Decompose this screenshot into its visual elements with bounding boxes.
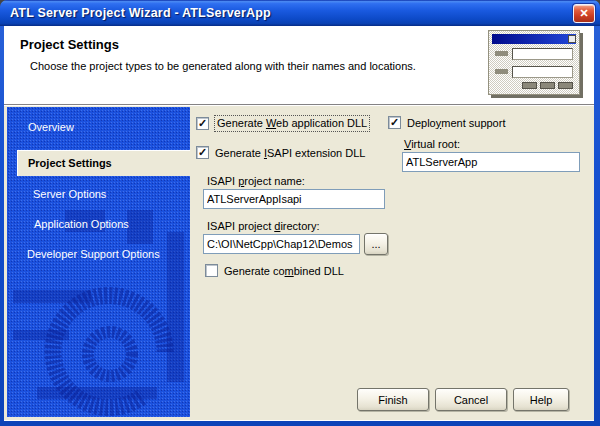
checkbox-label: Generate ISAPI extension DLL bbox=[215, 147, 365, 159]
preview-button bbox=[522, 82, 537, 89]
sidebar-item-server-options[interactable]: Server Options bbox=[33, 188, 106, 200]
checkbox-label: Deployment support bbox=[407, 117, 505, 129]
checkbox-label: Generate Web application DLL bbox=[215, 116, 369, 131]
preview-label-scribble bbox=[495, 51, 508, 56]
atl-logo-watermark bbox=[7, 202, 190, 417]
checkbox-box[interactable]: ✓ bbox=[388, 116, 401, 129]
cancel-button[interactable]: Cancel bbox=[435, 388, 507, 411]
preview-button bbox=[540, 82, 555, 89]
checkmark-icon: ✓ bbox=[390, 117, 399, 128]
label-text: roject name: bbox=[244, 175, 305, 187]
finish-button[interactable]: Finish bbox=[357, 388, 429, 411]
isapi-project-directory-input[interactable] bbox=[203, 234, 360, 254]
checkbox-box[interactable]: ✓ bbox=[196, 146, 209, 159]
wizard-preview-image bbox=[488, 30, 580, 95]
sidebar-item-project-settings[interactable]: Project Settings bbox=[17, 150, 190, 176]
checkbox-box[interactable]: ✓ bbox=[196, 117, 209, 130]
label-text: ment support bbox=[441, 117, 505, 129]
preview-close-icon bbox=[568, 35, 576, 43]
page-subtitle: Choose the project types to be generated… bbox=[30, 60, 416, 72]
checkbox-box[interactable] bbox=[205, 264, 218, 277]
accelerator-letter: m bbox=[285, 265, 294, 277]
wizard-steps-sidebar: Overview Project Settings Server Options… bbox=[7, 107, 190, 417]
virtual-root-input[interactable] bbox=[402, 152, 580, 172]
window-title: ATL Server Project Wizard - ATLServerApp bbox=[10, 0, 271, 26]
wizard-body: Overview Project Settings Server Options… bbox=[4, 105, 594, 421]
label-text: bined DLL bbox=[294, 265, 344, 277]
preview-titlebar bbox=[492, 34, 576, 44]
checkbox-deployment-support[interactable]: ✓ Deployment support bbox=[388, 116, 505, 129]
checkmark-icon: ✓ bbox=[198, 118, 207, 129]
preview-field bbox=[512, 66, 573, 78]
isapi-project-name-input[interactable] bbox=[203, 189, 385, 209]
label-text: Deplo bbox=[407, 117, 436, 129]
browse-directory-button[interactable]: ... bbox=[364, 233, 388, 255]
help-button[interactable]: Help bbox=[513, 388, 569, 411]
isapi-project-directory-label: ISAPI project directory: bbox=[207, 220, 320, 232]
close-icon: ✕ bbox=[579, 7, 588, 19]
label-text: Generate bbox=[215, 147, 264, 159]
checkmark-icon: ✓ bbox=[198, 147, 207, 158]
page-title: Project Settings bbox=[20, 37, 119, 52]
preview-button bbox=[558, 82, 573, 89]
checkbox-generate-combined-dll[interactable]: Generate combined DLL bbox=[205, 264, 344, 277]
sidebar-item-application-options[interactable]: Application Options bbox=[34, 218, 129, 230]
preview-field bbox=[512, 48, 573, 60]
checkbox-label: Generate combined DLL bbox=[224, 265, 344, 277]
wizard-header: Project Settings Choose the project type… bbox=[4, 26, 594, 105]
wizard-dialog: ATL Server Project Wizard - ATLServerApp… bbox=[0, 0, 600, 426]
label-text: ISAPI project bbox=[207, 220, 274, 232]
isapi-project-name-label: ISAPI project name: bbox=[207, 175, 305, 187]
label-text: SAPI extension DLL bbox=[267, 147, 365, 159]
accelerator-letter: W bbox=[266, 117, 276, 129]
sidebar-item-developer-support-options[interactable]: Developer Support Options bbox=[27, 248, 160, 260]
title-bar[interactable]: ATL Server Project Wizard - ATLServerApp… bbox=[0, 0, 600, 26]
preview-label-scribble bbox=[495, 69, 508, 74]
checkbox-generate-web-dll[interactable]: ✓ Generate Web application DLL bbox=[196, 116, 369, 131]
label-text: Generate bbox=[217, 117, 266, 129]
close-button[interactable]: ✕ bbox=[573, 4, 595, 23]
sidebar-item-overview[interactable]: Overview bbox=[28, 121, 74, 133]
label-text: Generate co bbox=[224, 265, 285, 277]
virtual-root-label: Virtual root: bbox=[404, 138, 460, 150]
label-text: irectory: bbox=[280, 220, 319, 232]
label-text: irtual root: bbox=[411, 138, 460, 150]
label-text: ISAPI bbox=[207, 175, 238, 187]
checkbox-generate-isapi-dll[interactable]: ✓ Generate ISAPI extension DLL bbox=[196, 146, 365, 159]
label-text: eb application DLL bbox=[276, 117, 367, 129]
